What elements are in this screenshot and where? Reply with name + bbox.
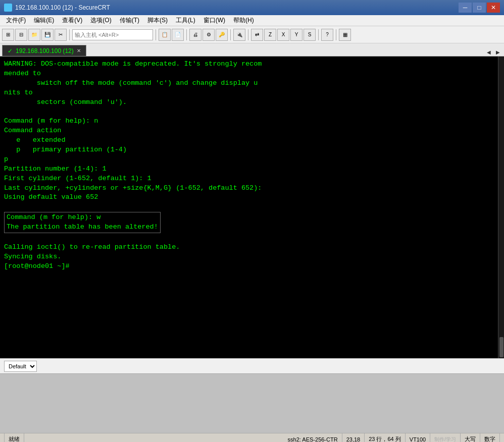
toolbar-btn-5[interactable]: ✂ [55, 29, 67, 41]
terminal-line-11: p [4, 155, 8, 163]
status-terminal-text: VT100 [410, 436, 426, 443]
window-title: 192.168.100.100 (12) - SecureCRT [15, 4, 459, 11]
status-rowcol: 23 , 18 [342, 433, 365, 442]
session-bar: Default [0, 358, 504, 373]
menu-file[interactable]: 文件(F) [2, 15, 30, 26]
toolbar-sep-5 [248, 29, 248, 40]
toolbar-btn-connect[interactable]: 🔌 [233, 29, 245, 41]
toolbar-sep-4 [230, 29, 231, 40]
maximize-button[interactable]: □ [473, 3, 486, 13]
host-input[interactable] [72, 29, 153, 40]
menu-view[interactable]: 查看(V) [58, 15, 86, 26]
status-watermark-text: 制作/学习 [434, 436, 456, 443]
toolbar-sep-3 [186, 29, 187, 40]
toolbar-sep-1 [69, 29, 70, 40]
status-connection-text: 就绪 [9, 435, 20, 442]
menu-script[interactable]: 脚本(S) [143, 15, 172, 26]
toolbar-btn-4[interactable]: 💾 [41, 29, 54, 41]
terminal-line-14: Last cylinder, +cylinders or +size{K,M,G… [4, 184, 262, 192]
app-icon [4, 4, 12, 12]
toolbar-btn-paste[interactable]: 📄 [172, 29, 184, 41]
toolbar-btn-copy[interactable]: 📋 [159, 29, 171, 41]
terminal-container: WARNING: DOS-compatible mode is deprecat… [0, 57, 504, 358]
terminal-line-18: Calling ioctl() to re-read partition tab… [4, 243, 180, 251]
status-num-text: 数字 [484, 435, 495, 442]
toolbar-btn-help[interactable]: ? [321, 29, 333, 41]
status-caps: 大写 [461, 433, 480, 442]
terminal-boxed-line-1: Command (m for help): w [7, 213, 100, 221]
menu-window[interactable]: 窗口(W) [199, 15, 229, 26]
session-select[interactable]: Default [4, 361, 37, 372]
terminal-line-15: Using default value 652 [4, 193, 98, 201]
terminal-line-3: switch off the mode (command 'c') and ch… [4, 79, 258, 87]
status-col-text: 18 [354, 436, 360, 443]
terminal-line-7: Command (m for help): n [4, 117, 98, 125]
terminal-line-9: e extended [4, 136, 66, 144]
status-position: 23 行，64 列 [365, 433, 406, 442]
title-bar-buttons: ─ □ ✕ [459, 3, 500, 13]
toolbar-btn-transfer[interactable]: ⇄ [251, 29, 263, 41]
toolbar-btn-xfer[interactable]: X [277, 29, 289, 41]
menu-transfer[interactable]: 传输(T) [116, 15, 143, 26]
toolbar-btn-7[interactable]: 🔑 [216, 29, 228, 41]
tab-close-icon[interactable]: ✕ [77, 48, 81, 53]
toolbar-btn-grid[interactable]: ▦ [339, 29, 351, 41]
status-watermark: 制作/学习 [430, 433, 461, 442]
empty-area [0, 373, 504, 433]
toolbar-btn-2[interactable]: ⊟ [15, 29, 27, 41]
close-button[interactable]: ✕ [487, 3, 500, 13]
scrollbar-thumb[interactable] [499, 337, 503, 357]
toolbar-sep-7 [336, 29, 336, 40]
status-terminal: VT100 [406, 433, 430, 442]
menu-edit[interactable]: 编辑(E) [30, 15, 58, 26]
status-ssh-text: ssh2: AES-256-CTR [288, 436, 338, 443]
toolbar-btn-zmodem[interactable]: Z [264, 29, 276, 41]
tab-nav: ◀ ▶ [485, 48, 502, 56]
toolbar-btn-3[interactable]: 📁 [28, 29, 40, 41]
minimize-button[interactable]: ─ [459, 3, 472, 13]
terminal-line-13: First cylinder (1-652, default 1): 1 [4, 175, 152, 182]
toolbar-sep-2 [156, 29, 156, 40]
tab-title: 192.168.100.100 (12) [16, 47, 74, 54]
vertical-scrollbar[interactable] [498, 57, 504, 358]
terminal-line-4: nits to [4, 89, 33, 96]
toolbar-btn-print[interactable]: 🖨 [189, 29, 201, 41]
terminal-output[interactable]: WARNING: DOS-compatible mode is deprecat… [0, 57, 498, 358]
menu-help[interactable]: 帮助(H) [229, 15, 258, 26]
tab-bar: ✓ 192.168.100.100 (12) ✕ ◀ ▶ [0, 43, 504, 57]
toolbar-btn-ymodem[interactable]: Y [290, 29, 303, 41]
toolbar-sep-6 [318, 29, 319, 40]
status-ssh: ssh2: AES-256-CTR [284, 433, 342, 442]
toolbar: ⊞ ⊟ 📁 💾 ✂ 📋 📄 🖨 ⚙ 🔑 🔌 ⇄ Z X Y S ? ▦ [0, 26, 504, 43]
title-bar: 192.168.100.100 (12) - SecureCRT ─ □ ✕ [0, 0, 504, 15]
menu-bar: 文件(F) 编辑(E) 查看(V) 选项(O) 传输(T) 脚本(S) 工具(L… [0, 15, 504, 26]
terminal-boxed-line-2: The partition table has been altered! [7, 223, 158, 231]
toolbar-btn-sftp[interactable]: S [304, 29, 316, 41]
terminal-line-8: Command action [4, 127, 61, 134]
status-position-text: 23 行，64 列 [369, 435, 401, 442]
status-caps-text: 大写 [465, 435, 476, 442]
tab-session[interactable]: ✓ 192.168.100.100 (12) ✕ [2, 45, 86, 56]
menu-options[interactable]: 选项(O) [86, 15, 115, 26]
toolbar-btn-1[interactable]: ⊞ [2, 29, 14, 41]
terminal-line-12: Partition number (1-4): 1 [4, 165, 107, 173]
status-connection: 就绪 [4, 433, 24, 442]
terminal-line-1: WARNING: DOS-compatible mode is deprecat… [4, 60, 262, 68]
status-bar: 就绪 ssh2: AES-256-CTR 23 , 18 23 行，64 列 V… [0, 433, 504, 442]
terminal-line-2: mended to [4, 70, 41, 77]
terminal-line-19: Syncing disks. [4, 253, 61, 260]
tab-nav-right[interactable]: ▶ [494, 48, 502, 56]
terminal-line-5: sectors (command 'u'). [4, 98, 127, 106]
tab-nav-left[interactable]: ◀ [485, 48, 493, 56]
terminal-line-20: [root@node01 ~]# [4, 262, 70, 270]
toolbar-btn-6[interactable]: ⚙ [203, 29, 215, 41]
terminal-line-10: p primary partition (1-4) [4, 146, 127, 153]
tab-check-icon: ✓ [8, 47, 13, 54]
status-num: 数字 [480, 433, 500, 442]
terminal-boxed-block: Command (m for help): w The partition ta… [4, 212, 161, 233]
menu-tools[interactable]: 工具(L) [172, 15, 199, 26]
status-row-text: 23 [346, 436, 352, 443]
